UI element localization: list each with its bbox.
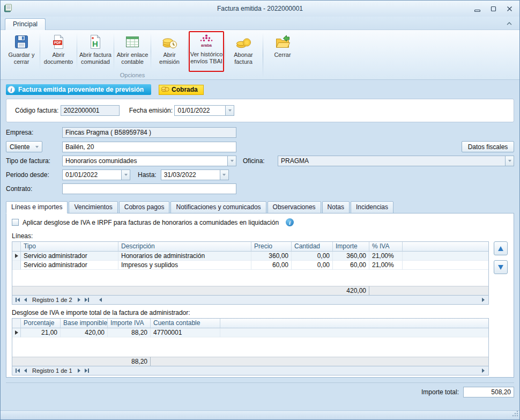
window: Factura emitida - 2022000001 Principal — [0, 0, 520, 420]
abonar-factura-button[interactable]: Abonar factura — [226, 31, 261, 72]
coins-icon — [235, 33, 251, 50]
first-record-button[interactable] — [13, 297, 21, 304]
lineas-section-label: Líneas: — [12, 232, 508, 240]
desglose-iva-checkbox[interactable] — [12, 219, 19, 226]
ribbon-collapse-button[interactable] — [504, 20, 514, 27]
column-header-precio[interactable]: Precio — [251, 242, 292, 252]
abrir-enlace-contable-button[interactable]: Abrir enlace contable — [115, 31, 150, 72]
community-invoice-icon: H — [87, 33, 103, 50]
hasta-combo[interactable]: 31/03/2022 — [161, 170, 229, 180]
column-header-importe[interactable]: Importe — [333, 242, 369, 252]
scroll-right-button[interactable] — [479, 297, 487, 304]
column-header-cuenta-contable[interactable]: Cuenta contable — [151, 319, 220, 328]
column-header-filler — [403, 242, 488, 252]
resize-grip[interactable] — [511, 410, 518, 418]
first-record-button[interactable] — [13, 367, 21, 374]
titlebar[interactable]: Factura emitida - 2022000001 — [1, 1, 519, 17]
move-row-up-button[interactable] — [494, 241, 508, 255]
periodo-desde-combo[interactable]: 01/01/2022 — [62, 170, 130, 180]
column-header-importe-iva[interactable]: Importe IVA — [108, 319, 151, 328]
column-header-filler — [220, 319, 488, 328]
ribbon: Guardar y cerrar PDF Abrir documento — [1, 30, 519, 80]
column-header-base-imponible[interactable]: Base imponible — [61, 319, 108, 328]
column-header-porcentaje[interactable]: Porcentaje — [21, 319, 61, 328]
info-icon[interactable]: i — [286, 218, 294, 226]
dropdown-button[interactable] — [505, 156, 514, 166]
minimize-button[interactable] — [470, 4, 484, 14]
arrow-down-icon — [498, 265, 503, 270]
prev-record-button[interactable] — [21, 297, 29, 304]
cell-base-imponible: 420,00 — [61, 328, 108, 337]
app-icon — [4, 4, 12, 14]
dropdown-button[interactable] — [227, 156, 236, 166]
column-header-iva[interactable]: % IVA — [369, 242, 403, 252]
table-row[interactable]: Servicio administrador Honorarios de adm… — [12, 252, 488, 261]
tab-vencimientos[interactable]: Vencimientos — [69, 201, 117, 213]
tab-notas[interactable]: Notas — [322, 201, 350, 213]
ribbon-group-separator — [263, 33, 263, 78]
column-header-descripcion[interactable]: Descripción — [118, 242, 251, 252]
tab-principal[interactable]: Principal — [5, 18, 46, 30]
tipo-factura-value[interactable]: Honorarios comunidades — [62, 156, 227, 166]
scroll-right-button[interactable] — [479, 367, 487, 374]
tab-cobros-pagos[interactable]: Cobros pagos — [119, 201, 170, 213]
abrir-factura-comunidad-button[interactable]: H Abrir factura comunidad — [78, 31, 113, 72]
dropdown-button[interactable] — [220, 170, 229, 180]
footer-total-bar: Importe total: 508,20 — [6, 382, 514, 397]
ribbon-button-label: Abrir emisión — [153, 51, 186, 65]
cliente-button[interactable]: Cliente — [6, 141, 42, 152]
oficina-value[interactable]: PRAGMA — [278, 156, 505, 166]
scroll-left-button[interactable] — [96, 297, 105, 304]
cliente-field[interactable]: Bailén, 20 — [62, 142, 236, 152]
contrato-field[interactable] — [62, 183, 236, 194]
dropdown-button[interactable] — [225, 105, 234, 116]
column-header-cantidad[interactable]: Cantidad — [292, 242, 333, 252]
cerrar-button[interactable]: Cerrar — [265, 31, 300, 72]
restore-button[interactable] — [486, 4, 500, 14]
tipo-factura-combo[interactable]: Honorarios comunidades — [62, 156, 236, 166]
guardar-y-cerrar-button[interactable]: Guardar y cerrar — [4, 31, 39, 72]
oficina-combo[interactable]: PRAGMA — [278, 156, 514, 166]
abrir-emision-button[interactable]: Abrir emisión — [152, 31, 187, 72]
prev-record-button[interactable] — [21, 367, 29, 374]
table-row[interactable]: Servicio administrador Impresos y suplid… — [12, 261, 488, 270]
table-row[interactable]: 21,00 420,00 88,20 47700001 — [12, 328, 488, 337]
ribbon-button-label: Cerrar — [274, 51, 291, 58]
lineas-panel: Aplicar desglose de IVA e IRPF para fact… — [6, 213, 514, 378]
ribbon-button-label: Abrir documento — [42, 51, 75, 65]
tab-notificaciones[interactable]: Notificaciones y comunicados — [170, 201, 266, 213]
cell-porcentaje: 21,00 — [21, 328, 61, 337]
periodo-desde-value[interactable]: 01/01/2022 — [62, 170, 121, 180]
empresa-field[interactable]: Fincas Pragma ( B58959784 ) — [62, 127, 236, 138]
row-indicator-icon — [15, 330, 18, 335]
restore-icon — [489, 5, 497, 12]
next-record-button[interactable] — [75, 367, 83, 374]
fecha-emision-combo[interactable]: 01/01/2022 — [174, 105, 234, 116]
detail-tabs: Líneas e importes Vencimientos Cobros pa… — [6, 201, 514, 213]
record-indicator: Registro 1 de 2 — [32, 297, 72, 303]
window-title: Factura emitida - 2022000001 — [217, 5, 303, 12]
next-record-button[interactable] — [75, 297, 83, 304]
fecha-emision-value[interactable]: 01/01/2022 — [174, 105, 225, 116]
tab-observaciones[interactable]: Observaciones — [268, 201, 321, 213]
abrir-documento-button[interactable]: PDF Abrir documento — [41, 31, 76, 72]
datos-fiscales-button[interactable]: Datos fiscales — [462, 141, 514, 152]
ribbon-separator — [77, 33, 77, 70]
tab-incidencias[interactable]: Incidencias — [351, 201, 393, 213]
close-button[interactable] — [502, 4, 516, 14]
cell-importe: 60,00 — [333, 261, 369, 270]
desglose-total-row: 88,20 — [12, 357, 488, 366]
column-header-tipo[interactable]: Tipo — [21, 242, 118, 252]
fecha-emision-label: Fecha emisión: — [129, 107, 173, 114]
cell-filler — [403, 252, 488, 261]
tab-lineas-e-importes[interactable]: Líneas e importes — [6, 201, 68, 213]
codigo-factura-field[interactable]: 2022000001 — [61, 105, 120, 116]
header-indicator-cell — [12, 242, 21, 252]
move-row-down-button[interactable] — [494, 260, 508, 274]
hasta-value[interactable]: 31/03/2022 — [161, 170, 220, 180]
ver-historico-envios-tbai-button[interactable]: araba Ver histórico envíos TBAI — [189, 31, 224, 72]
last-record-button[interactable] — [83, 297, 91, 304]
dropdown-button[interactable] — [121, 170, 130, 180]
svg-text:araba: araba — [201, 43, 212, 48]
last-record-button[interactable] — [83, 367, 91, 374]
